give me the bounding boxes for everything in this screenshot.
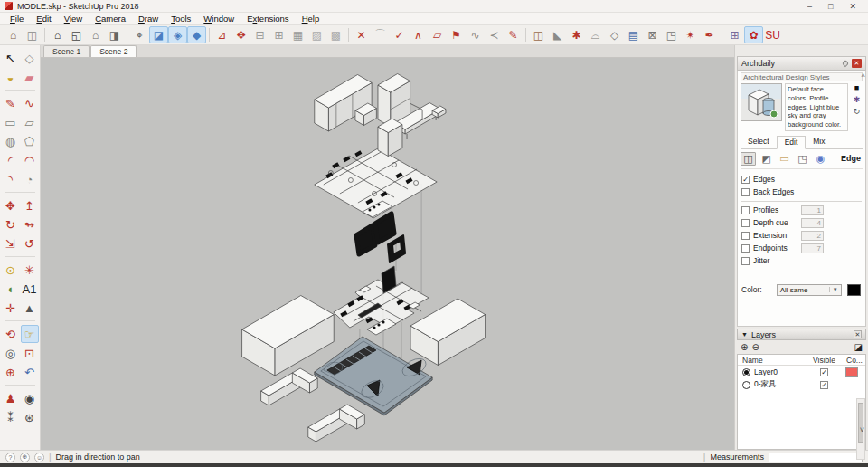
model-canvas[interactable] xyxy=(41,58,734,450)
scroll-down-icon[interactable]: ˅ xyxy=(860,425,864,434)
component-box-icon[interactable]: ◫ xyxy=(23,26,42,43)
arc-tool[interactable]: ◜ xyxy=(2,151,20,169)
view-iso-icon[interactable]: ⌂ xyxy=(48,26,67,43)
walk-tool[interactable]: ⁑ xyxy=(2,408,20,426)
checkbox-profiles[interactable] xyxy=(741,206,750,214)
zoom-tool[interactable]: ◎ xyxy=(2,344,20,362)
tab-mix[interactable]: Mix xyxy=(806,136,832,148)
checkbox-back-edges[interactable] xyxy=(741,188,750,196)
marker-icon[interactable]: ✎ xyxy=(504,26,523,43)
value-field-extension[interactable]: 2 xyxy=(801,231,824,241)
edge-color-swatch[interactable] xyxy=(847,284,861,296)
checkbox-extension[interactable] xyxy=(741,232,750,240)
hatch-icon[interactable]: ▨ xyxy=(307,26,326,43)
follow-me-tool[interactable]: ↬ xyxy=(21,215,39,234)
geolocation-icon[interactable]: ⊕ xyxy=(20,453,30,462)
eraser-tool[interactable]: ▰ xyxy=(21,68,39,86)
model-upper-plan-group[interactable] xyxy=(315,119,437,218)
checkbox-edges[interactable]: ✓ xyxy=(741,176,750,184)
open-angle-icon[interactable]: ≺ xyxy=(485,26,504,43)
arc-gray-icon[interactable]: ⌒ xyxy=(371,26,390,43)
compass-pin-icon[interactable]: ✴ xyxy=(681,26,700,43)
menu-help[interactable]: Help xyxy=(296,14,326,24)
scale-tool[interactable]: ⇲ xyxy=(2,234,20,253)
layer-row-0-家具[interactable]: 0-家具✓ xyxy=(738,378,865,391)
visible-checkbox[interactable]: ✓ xyxy=(820,368,828,376)
axes-drop-icon[interactable]: ✱ xyxy=(567,26,586,43)
tray-header[interactable]: Archdaily ✕ xyxy=(737,56,866,71)
dimension-tool[interactable]: ✳ xyxy=(21,261,39,279)
line-tool[interactable]: ✎ xyxy=(2,94,20,112)
solid-box-icon[interactable]: ◇ xyxy=(605,26,624,43)
style-list-item[interactable]: Architectural Design Styles xyxy=(741,72,863,81)
menu-draw[interactable]: Draw xyxy=(132,14,165,24)
roof-angle-icon[interactable]: ∧ xyxy=(409,26,428,43)
zoom-extents-tool[interactable]: ⊕ xyxy=(2,363,20,381)
column-header-visible[interactable]: Visible xyxy=(813,356,844,365)
tab-select[interactable]: Select xyxy=(741,136,777,148)
section-plane-icon[interactable]: ◪ xyxy=(149,26,168,43)
layer-radio[interactable] xyxy=(742,381,750,389)
edge-color-dropdown[interactable]: All same ▼ xyxy=(777,284,842,296)
scroll-up-icon[interactable]: ˄ xyxy=(861,73,865,79)
section-cut-icon[interactable]: ◈ xyxy=(168,26,187,43)
menu-view[interactable]: View xyxy=(58,14,89,24)
box-group-icon[interactable]: ◳ xyxy=(662,26,681,43)
paint-bucket-tool[interactable]: ◒ xyxy=(2,68,20,86)
look-around-tool[interactable]: ◉ xyxy=(21,389,39,407)
rotate-tool[interactable]: ↻ xyxy=(2,215,20,234)
layer-row-layer0[interactable]: Layer0✓ xyxy=(738,366,865,378)
array-icon[interactable]: ⊟ xyxy=(250,26,269,43)
model-svg[interactable] xyxy=(41,58,734,450)
model-house-icon[interactable]: ⌂ xyxy=(4,26,23,43)
ink-pen-icon[interactable]: ✒ xyxy=(700,26,719,43)
edge-settings-icon[interactable]: ◫ xyxy=(741,152,756,166)
axes-icon[interactable]: ⌖ xyxy=(130,26,149,43)
refresh-style-icon[interactable]: ↻ xyxy=(854,108,861,116)
minimize-button[interactable]: – xyxy=(807,2,812,11)
model-left-slab[interactable] xyxy=(242,296,335,376)
material-crate-icon[interactable]: ◫ xyxy=(529,26,548,43)
section-fill-icon[interactable]: ◆ xyxy=(187,26,206,43)
hatch-dense-icon[interactable]: ▩ xyxy=(326,26,345,43)
value-field-profiles[interactable]: 1 xyxy=(801,205,824,215)
setsquare-icon[interactable]: ◣ xyxy=(548,26,567,43)
protractor-flat-icon[interactable]: ⌓ xyxy=(586,26,605,43)
background-settings-icon[interactable]: ▭ xyxy=(777,152,792,166)
rotated-rectangle-tool[interactable]: ▱ xyxy=(21,113,39,131)
column-header-co[interactable]: Co... xyxy=(844,356,865,365)
maximize-button[interactable]: □ xyxy=(828,2,833,11)
zoom-window-tool[interactable]: ⊡ xyxy=(21,344,39,362)
spline-icon[interactable]: ∿ xyxy=(466,26,485,43)
column-header-name[interactable]: Name xyxy=(738,356,813,365)
rectangle-tool[interactable]: ▭ xyxy=(2,113,20,131)
value-field-depth-cue[interactable]: 4 xyxy=(801,218,824,228)
menu-window[interactable]: Window xyxy=(197,14,241,24)
text-tool[interactable]: A1 xyxy=(21,280,39,298)
pushpull-red-icon[interactable]: ⊿ xyxy=(212,26,231,43)
sketchup-swirl-icon[interactable]: ✿ xyxy=(744,26,763,43)
tray-scrollbar-thumb[interactable] xyxy=(858,403,863,443)
face-settings-icon[interactable]: ◩ xyxy=(759,152,774,166)
model-black-panels-group[interactable] xyxy=(356,214,405,262)
style-thumbnail[interactable] xyxy=(741,83,782,121)
in-model-styles-icon[interactable]: ■ xyxy=(854,84,859,92)
measurements-input[interactable] xyxy=(769,453,863,462)
su-letters-icon[interactable]: SU xyxy=(763,26,782,43)
menu-file[interactable]: File xyxy=(4,14,30,24)
visible-checkbox[interactable]: ✓ xyxy=(820,381,828,389)
grid-icon[interactable]: ⊞ xyxy=(269,26,288,43)
model-right-slab[interactable] xyxy=(410,299,486,366)
menu-edit[interactable]: Edit xyxy=(30,14,57,24)
make-component-tool[interactable]: ◇ xyxy=(21,49,39,67)
checkbox-depth-cue[interactable] xyxy=(741,219,750,227)
menu-camera[interactable]: Camera xyxy=(89,14,132,24)
add-layer-button[interactable]: ⊕ xyxy=(741,342,748,352)
layer-color-swatch[interactable] xyxy=(845,367,858,377)
create-style-icon[interactable]: ✱ xyxy=(854,96,861,104)
watermark-settings-icon[interactable]: ◳ xyxy=(795,152,810,166)
view-top-icon[interactable]: ◱ xyxy=(67,26,86,43)
remove-layer-button[interactable]: ⊖ xyxy=(751,342,759,352)
scene-tab-scene-2[interactable]: Scene 2 xyxy=(90,45,137,57)
select-tool[interactable]: ↖ xyxy=(2,49,20,67)
